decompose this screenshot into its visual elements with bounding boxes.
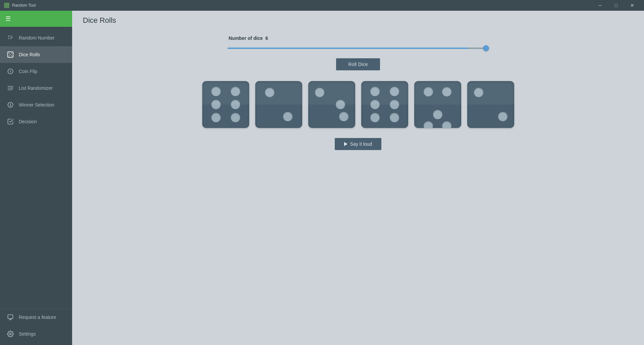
slider-section: Number of dice 6 (227, 36, 489, 50)
dot (424, 121, 433, 128)
sidebar-item-coin-flip[interactable]: $ Coin Flip (0, 63, 72, 80)
minimize-button[interactable]: ─ (592, 0, 608, 11)
dot (442, 121, 451, 128)
settings-icon (7, 330, 14, 338)
die-3-dots (308, 81, 355, 128)
svg-point-3 (11, 56, 12, 57)
sidebar-item-settings[interactable]: Settings (0, 326, 72, 342)
dot (211, 113, 221, 122)
dot (265, 109, 274, 118)
dot (336, 88, 345, 97)
dot (318, 100, 327, 109)
app-title: Random Tool (12, 3, 36, 8)
sidebar-bottom: Request a feature Settings (0, 308, 72, 345)
dot (424, 87, 433, 96)
dot (283, 91, 292, 100)
dot (390, 100, 399, 109)
dot (495, 91, 504, 100)
dot (315, 88, 324, 97)
die-5 (414, 81, 461, 128)
window-controls: ─ □ ✕ (592, 0, 640, 11)
dice-rolls-icon (7, 51, 14, 58)
dot (231, 113, 240, 122)
list-randomizer-icon (7, 84, 14, 92)
die-1 (202, 81, 249, 128)
app-icon (4, 3, 9, 8)
dot (424, 98, 433, 108)
request-feature-icon (7, 314, 14, 321)
sidebar-item-list-randomizer[interactable]: List Randomizer (0, 80, 72, 96)
sidebar-item-winner-selection[interactable]: 1 Winner Selection (0, 96, 72, 113)
svg-point-5 (9, 56, 10, 57)
die-6-dots (467, 81, 514, 128)
dice-count-slider[interactable] (227, 48, 489, 49)
sidebar-item-label-dice-rolls: Dice Rolls (19, 52, 40, 57)
dice-area (202, 81, 514, 128)
svg-point-4 (11, 53, 12, 54)
sidebar-item-label-request-feature: Request a feature (19, 315, 56, 320)
sidebar-item-decision[interactable]: Decision (0, 113, 72, 130)
dot (474, 88, 483, 97)
die-4-dots (361, 81, 408, 128)
say-it-loud-button[interactable]: Say it loud (335, 138, 381, 150)
die-5-dots (414, 81, 461, 128)
slider-label: Number of dice 6 (227, 36, 489, 41)
content-area: Number of dice 6 Roll Dice (72, 29, 644, 345)
dot (339, 112, 348, 121)
die-2 (255, 81, 302, 128)
dot (370, 87, 380, 96)
slider-value: 6 (265, 36, 268, 41)
sidebar: ☰ Random Number Dice Rolls $ Coin Flip (0, 11, 72, 345)
dot (477, 109, 486, 118)
sidebar-nav: Random Number Dice Rolls $ Coin Flip Lis… (0, 27, 72, 308)
die-6 (467, 81, 514, 128)
random-number-icon (7, 34, 14, 42)
page-header: Dice Rolls (72, 11, 644, 29)
dot (390, 113, 399, 122)
winner-selection-icon: 1 (7, 101, 14, 109)
dot (231, 100, 240, 109)
dot (498, 112, 507, 121)
decision-icon (7, 118, 14, 125)
sidebar-item-label-settings: Settings (19, 331, 36, 337)
sidebar-item-label-winner-selection: Winner Selection (19, 102, 54, 108)
play-icon (344, 142, 347, 146)
svg-text:1: 1 (9, 103, 11, 107)
svg-rect-10 (8, 315, 13, 319)
dot (336, 100, 345, 109)
sidebar-item-request-feature[interactable]: Request a feature (0, 309, 72, 326)
sidebar-item-label-decision: Decision (19, 119, 37, 124)
dot (231, 87, 240, 96)
dot (211, 87, 221, 96)
dot (370, 113, 380, 122)
die-1-dots (202, 81, 249, 128)
maximize-button[interactable]: □ (608, 0, 624, 11)
roll-dice-button[interactable]: Roll Dice (336, 58, 380, 70)
hamburger-icon[interactable]: ☰ (5, 15, 11, 22)
dot (433, 110, 442, 119)
die-2-dots (255, 81, 302, 128)
sidebar-item-label-list-randomizer: List Randomizer (19, 85, 53, 91)
titlebar: Random Tool ─ □ ✕ (0, 0, 644, 11)
dot (265, 88, 274, 97)
sidebar-item-dice-rolls[interactable]: Dice Rolls (0, 46, 72, 63)
app-body: ☰ Random Number Dice Rolls $ Coin Flip (0, 11, 644, 345)
page-title: Dice Rolls (83, 16, 633, 25)
dot (370, 100, 380, 109)
svg-text:$: $ (10, 70, 11, 73)
svg-point-1 (9, 53, 10, 54)
dot (211, 100, 221, 109)
sidebar-item-label-coin-flip: Coin Flip (19, 69, 37, 74)
dot (442, 87, 451, 96)
dot (318, 112, 327, 121)
coin-flip-icon: $ (7, 68, 14, 75)
dot (283, 112, 292, 121)
svg-point-2 (10, 54, 11, 55)
dot (390, 87, 399, 96)
titlebar-left: Random Tool (4, 3, 36, 8)
die-4 (361, 81, 408, 128)
close-button[interactable]: ✕ (625, 0, 640, 11)
sidebar-header: ☰ (0, 11, 72, 27)
sidebar-item-label-random-number: Random Number (19, 35, 55, 41)
sidebar-item-random-number[interactable]: Random Number (0, 29, 72, 46)
